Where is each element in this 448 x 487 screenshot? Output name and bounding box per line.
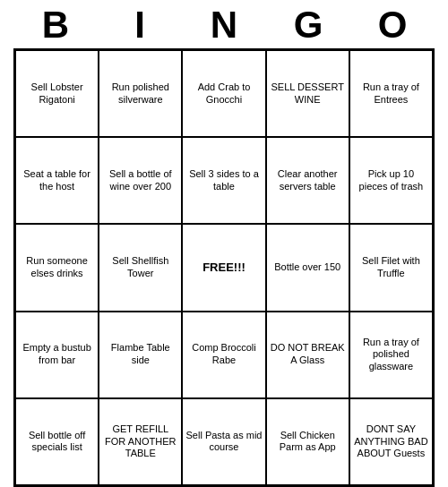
bingo-cell-0: Sell Lobster Rigatoni: [15, 50, 99, 137]
bingo-cell-9: Pick up 10 pieces of trash: [349, 137, 433, 224]
bingo-cell-7: Sell 3 sides to a table: [182, 137, 265, 224]
bingo-cell-23: Sell Chicken Parm as App: [266, 398, 349, 485]
bingo-letter-I: I: [100, 4, 179, 47]
bingo-cell-3: SELL DESSERT WINE: [266, 50, 349, 137]
bingo-cell-18: DO NOT BREAK A Glass: [266, 312, 349, 398]
bingo-cell-16: Flambe Table side: [99, 312, 182, 398]
bingo-cell-14: Sell Filet with Truffle: [349, 224, 433, 311]
bingo-cell-1: Run polished silverware: [99, 50, 182, 137]
bingo-letter-N: N: [185, 4, 263, 47]
bingo-cell-17: Comp Broccoli Rabe: [182, 312, 265, 398]
bingo-cell-22: Sell Pasta as mid course: [182, 398, 265, 485]
bingo-cell-21: GET REFILL FOR ANOTHER TABLE: [99, 398, 182, 485]
bingo-letter-G: G: [269, 4, 348, 47]
bingo-cell-8: Clear another servers table: [266, 137, 349, 224]
bingo-cell-10: Run someone elses drinks: [15, 224, 99, 311]
bingo-cell-19: Run a tray of polished glassware: [349, 312, 433, 398]
bingo-grid: Sell Lobster RigatoniRun polished silver…: [13, 48, 435, 487]
bingo-cell-12: FREE!!!: [182, 224, 265, 311]
bingo-cell-20: Sell bottle off specials list: [15, 398, 99, 485]
bingo-cell-13: Bottle over 150: [266, 224, 349, 311]
bingo-header: BINGO: [13, 0, 435, 48]
bingo-cell-11: Sell Shellfish Tower: [99, 224, 182, 311]
bingo-cell-15: Empty a bustub from bar: [15, 312, 99, 398]
bingo-letter-B: B: [16, 4, 95, 47]
bingo-cell-6: Sell a bottle of wine over 200: [99, 137, 182, 224]
bingo-cell-2: Add Crab to Gnocchi: [182, 50, 265, 137]
bingo-letter-O: O: [353, 4, 432, 47]
bingo-cell-24: DONT SAY ANYTHING BAD ABOUT Guests: [349, 398, 433, 485]
bingo-cell-4: Run a tray of Entrees: [349, 50, 433, 137]
bingo-cell-5: Seat a table for the host: [15, 137, 99, 224]
